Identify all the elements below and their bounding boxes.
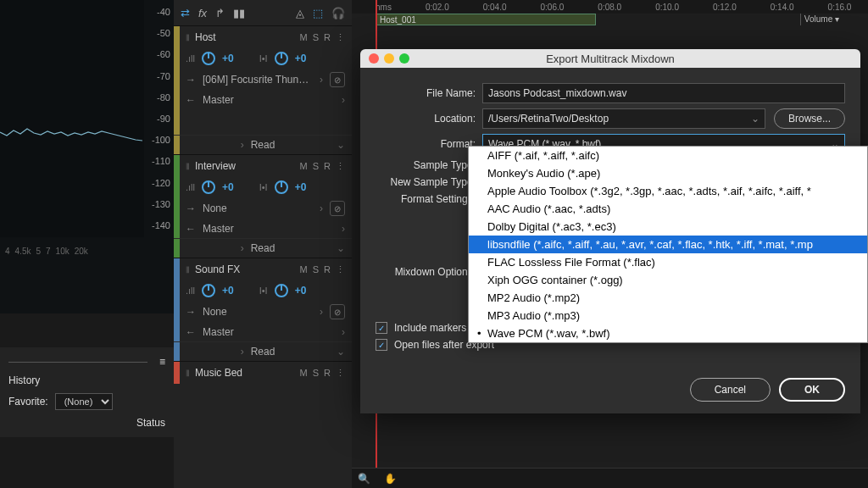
browse-button[interactable]: Browse... [774,108,845,129]
chevron-right-icon[interactable]: › [342,94,345,106]
solo-button[interactable]: S [313,161,319,172]
automation-mode[interactable]: Read [251,346,275,358]
meter-icon[interactable]: ▮▮ [233,7,245,19]
time-ruler[interactable]: hms 0:02.0 0:04.0 0:06.0 0:08.0 0:10.0 0… [352,0,868,14]
format-option[interactable]: FLAC Lossless File Format (*.flac) [469,253,867,271]
pan-knob[interactable] [275,180,288,194]
loop-icon[interactable]: ⇄ [181,7,190,19]
automation-mode[interactable]: Read [251,139,275,151]
chevron-down-icon[interactable]: ⌄ [337,139,345,151]
clip-lane[interactable]: Host_001 Volume ▾ [352,14,868,27]
record-button[interactable]: R [324,368,331,379]
output-routing[interactable]: Master [203,326,234,338]
volume-value[interactable]: +0 [222,181,234,193]
track-name[interactable]: Host [195,31,295,43]
freq-tick: 4.5k [15,247,31,256]
format-option[interactable]: Monkey's Audio (*.ape) [469,164,867,182]
ok-button[interactable]: OK [779,378,845,402]
track-handle-icon[interactable]: ⫴ [186,264,190,275]
freq-tick: 10k [56,247,70,256]
tool-b-icon[interactable]: ⬚ [313,7,323,19]
format-option[interactable]: Xiph OGG container (*.ogg) [469,271,867,289]
format-option[interactable]: libsndfile (*.aifc, *.aiff, *.au, *.avr,… [469,236,867,253]
volume-value[interactable]: +0 [222,53,234,64]
track-menu-icon[interactable]: ⋮ [336,161,345,172]
chevron-right-icon[interactable]: › [342,223,345,235]
chevron-down-icon[interactable]: ⌄ [337,346,345,358]
format-option[interactable]: MP2 Audio (*.mp2) [469,289,867,307]
format-option[interactable]: AAC Audio (*.aac, *.adts) [469,200,867,218]
mute-button[interactable]: M [300,368,308,379]
panel-menu-icon[interactable]: ≡ [159,356,165,368]
output-routing[interactable]: Master [203,94,234,106]
fx-bypass-button[interactable]: ⊘ [330,304,345,319]
solo-button[interactable]: S [313,368,319,379]
output-routing[interactable]: Master [203,223,234,235]
record-button[interactable]: R [324,32,331,43]
track-handle-icon[interactable]: ⫴ [186,161,190,172]
fx-bypass-button[interactable]: ⊘ [330,201,345,216]
format-option[interactable]: Dolby Digital (*.ac3, *.ec3) [469,218,867,236]
mute-button[interactable]: M [300,264,308,275]
track-handle-icon[interactable]: ⫴ [186,32,190,43]
chevron-down-icon[interactable]: ⌄ [337,242,345,254]
format-option[interactable]: MP3 Audio (*.mp3) [469,307,867,324]
track-name[interactable]: Sound FX [195,263,295,275]
record-button[interactable]: R [324,161,331,172]
automation-mode[interactable]: Read [251,242,275,254]
mute-button[interactable]: M [300,32,308,43]
input-routing[interactable]: None [203,202,227,214]
open-after-export-checkbox[interactable]: ✓ [376,339,387,351]
output-arrow-icon: ← [186,94,196,106]
chevron-right-icon[interactable]: › [320,202,323,214]
volume-value[interactable]: +0 [222,285,234,297]
file-name-input[interactable] [482,83,845,103]
volume-knob[interactable] [202,52,215,65]
chevron-right-icon[interactable]: › [241,139,244,151]
track-handle-icon[interactable]: ⫴ [186,368,190,379]
cancel-button[interactable]: Cancel [690,378,771,402]
record-button[interactable]: R [324,264,331,275]
track-menu-icon[interactable]: ⋮ [336,264,345,275]
chevron-right-icon[interactable]: › [241,346,244,358]
headphone-icon[interactable]: 🎧 [331,7,345,19]
input-routing[interactable]: [06M] Focusrite Thun… [203,74,309,86]
fx-icon[interactable]: fx [198,7,207,19]
format-option[interactable]: AIFF (*.aif, *.aiff, *.aifc) [469,147,867,164]
input-routing[interactable]: None [203,306,227,318]
chevron-right-icon[interactable]: › [320,74,323,86]
pan-value[interactable]: +0 [295,181,307,193]
pan-knob[interactable] [275,284,288,297]
track-menu-icon[interactable]: ⋮ [336,32,345,43]
zoom-out-icon[interactable]: 🔍 [354,471,373,486]
chevron-down-icon: ⌄ [751,113,760,125]
send-icon[interactable]: ↱ [215,7,225,19]
chevron-right-icon[interactable]: › [342,326,345,338]
pan-knob[interactable] [275,52,288,65]
pan-value[interactable]: +0 [295,285,307,297]
tool-a-icon[interactable]: ◬ [296,7,304,19]
solo-button[interactable]: S [313,32,319,43]
solo-button[interactable]: S [313,264,319,275]
track-name[interactable]: Music Bed [195,367,295,379]
format-dropdown-list[interactable]: AIFF (*.aif, *.aiff, *.aifc)Monkey's Aud… [468,146,868,343]
audio-clip[interactable]: Host_001 [376,14,596,25]
format-option[interactable]: •Wave PCM (*.wav, *.bwf) [469,324,867,342]
dialog-titlebar[interactable]: Export Multitrack Mixdown [360,49,860,68]
volume-lane-label[interactable]: Volume ▾ [800,14,843,25]
chevron-right-icon[interactable]: › [241,242,244,254]
format-option[interactable]: Apple Audio Toolbox (*.3g2, *.3gp, *.aac… [469,182,867,200]
track-name[interactable]: Interview [195,160,295,172]
chevron-right-icon[interactable]: › [320,306,323,318]
location-dropdown[interactable]: /Users/RetinaTwo/Desktop ⌄ [482,108,765,129]
volume-knob[interactable] [202,284,215,297]
mute-button[interactable]: M [300,161,308,172]
transport-bar: 🔍 ✋ [352,468,868,488]
volume-knob[interactable] [202,180,215,194]
track-menu-icon[interactable]: ⋮ [336,368,345,379]
include-markers-checkbox[interactable]: ✓ [376,322,387,334]
fx-bypass-button[interactable]: ⊘ [330,72,345,87]
favorite-select[interactable]: (None) [55,393,113,410]
pan-value[interactable]: +0 [295,53,307,64]
hand-tool-icon[interactable]: ✋ [381,471,399,486]
